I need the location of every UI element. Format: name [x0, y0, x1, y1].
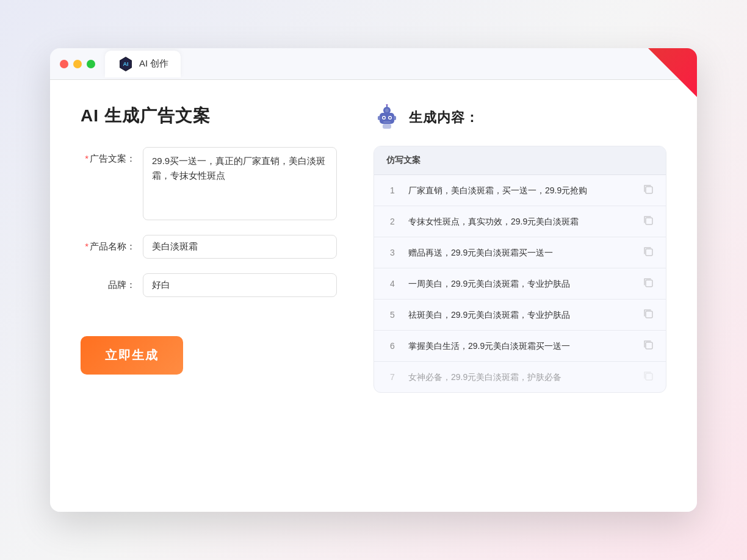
traffic-lights: [60, 60, 95, 68]
right-panel: 生成内容： 仿写文案 1厂家直销，美白淡斑霜，买一送一，29.9元抢购 2专抹女…: [374, 104, 666, 487]
ad-copy-group: *广告文案：: [81, 147, 337, 220]
left-panel: AI 生成广告文案 *广告文案： *产品名称： 品牌： 立即生成: [81, 104, 337, 487]
result-row: 6掌握美白生活，29.9元美白淡斑霜买一送一: [374, 331, 666, 362]
brand-label: 品牌：: [81, 273, 135, 291]
copy-icon[interactable]: [643, 215, 654, 228]
svg-rect-20: [646, 311, 652, 318]
row-number: 7: [386, 372, 399, 382]
maximize-button[interactable]: [87, 60, 95, 68]
row-number: 5: [386, 310, 399, 320]
result-row: 5祛斑美白，29.9元美白淡斑霜，专业护肤品: [374, 300, 666, 331]
product-name-label: *产品名称：: [81, 235, 135, 253]
result-row: 3赠品再送，29.9元美白淡斑霜买一送一: [374, 237, 666, 268]
row-text: 祛斑美白，29.9元美白淡斑霜，专业护肤品: [408, 309, 633, 321]
svg-rect-18: [646, 249, 652, 256]
tab-label: AI 创作: [139, 58, 168, 70]
row-number: 1: [386, 185, 399, 195]
page-title: AI 生成广告文案: [81, 104, 337, 127]
row-number: 2: [386, 217, 399, 226]
copy-icon[interactable]: [643, 184, 654, 197]
svg-rect-17: [646, 218, 652, 224]
required-star: *: [85, 153, 88, 163]
svg-rect-15: [394, 116, 396, 120]
ad-copy-label: *广告文案：: [81, 147, 135, 165]
close-button[interactable]: [60, 60, 68, 68]
copy-icon[interactable]: [643, 370, 654, 384]
svg-rect-22: [646, 373, 652, 380]
svg-point-10: [383, 117, 385, 119]
copy-icon[interactable]: [643, 277, 654, 290]
svg-point-4: [385, 109, 389, 112]
row-number: 3: [386, 248, 399, 257]
generate-button[interactable]: 立即生成: [81, 336, 183, 375]
result-row: 2专抹女性斑点，真实功效，29.9元美白淡斑霜: [374, 206, 666, 237]
svg-rect-19: [646, 280, 652, 287]
row-text: 赠品再送，29.9元美白淡斑霜买一送一: [408, 246, 633, 259]
result-row: 4一周美白，29.9元美白淡斑霜，专业护肤品: [374, 268, 666, 300]
copy-icon[interactable]: [643, 339, 654, 353]
ai-creation-tab[interactable]: AI AI 创作: [105, 51, 181, 77]
product-name-input[interactable]: [143, 235, 337, 259]
brand-input[interactable]: [143, 273, 337, 297]
product-name-group: *产品名称：: [81, 235, 337, 259]
svg-point-11: [389, 117, 391, 119]
svg-text:AI: AI: [123, 61, 129, 67]
browser-window: AI AI 创作 AI 生成广告文案 *广告文案： *产品名称：: [50, 48, 697, 512]
result-row: 7女神必备，29.9元美白淡斑霜，护肤必备: [374, 362, 666, 392]
row-text: 女神必备，29.9元美白淡斑霜，护肤必备: [408, 371, 633, 384]
row-text: 专抹女性斑点，真实功效，29.9元美白淡斑霜: [408, 215, 633, 228]
result-title: 生成内容：: [409, 109, 479, 127]
svg-rect-12: [383, 121, 391, 123]
brand-group: 品牌：: [81, 273, 337, 297]
copy-icon[interactable]: [643, 308, 654, 321]
svg-rect-21: [646, 342, 652, 349]
result-table: 仿写文案 1厂家直销，美白淡斑霜，买一送一，29.9元抢购 2专抹女性斑点，真实…: [374, 146, 666, 393]
required-star-2: *: [85, 241, 88, 251]
svg-rect-16: [646, 187, 652, 193]
minimize-button[interactable]: [73, 60, 82, 68]
copy-icon[interactable]: [643, 246, 654, 259]
svg-point-6: [386, 104, 388, 106]
result-header: 生成内容：: [374, 104, 666, 131]
ad-copy-input[interactable]: [143, 147, 337, 220]
row-number: 4: [386, 279, 399, 289]
result-row: 1厂家直销，美白淡斑霜，买一送一，29.9元抢购: [374, 175, 666, 206]
main-content: AI 生成广告文案 *广告文案： *产品名称： 品牌： 立即生成: [50, 80, 697, 512]
row-number: 6: [386, 341, 399, 351]
ai-hex-icon: AI: [117, 56, 134, 73]
svg-rect-13: [383, 124, 391, 129]
svg-rect-14: [378, 116, 380, 120]
robot-icon: [374, 104, 400, 131]
row-text: 掌握美白生活，29.9元美白淡斑霜买一送一: [408, 340, 633, 353]
row-text: 一周美白，29.9元美白淡斑霜，专业护肤品: [408, 278, 633, 290]
title-bar: AI AI 创作: [50, 48, 697, 80]
result-table-header: 仿写文案: [374, 146, 666, 175]
row-text: 厂家直销，美白淡斑霜，买一送一，29.9元抢购: [408, 184, 633, 197]
result-rows-container: 1厂家直销，美白淡斑霜，买一送一，29.9元抢购 2专抹女性斑点，真实功效，29…: [374, 175, 666, 392]
